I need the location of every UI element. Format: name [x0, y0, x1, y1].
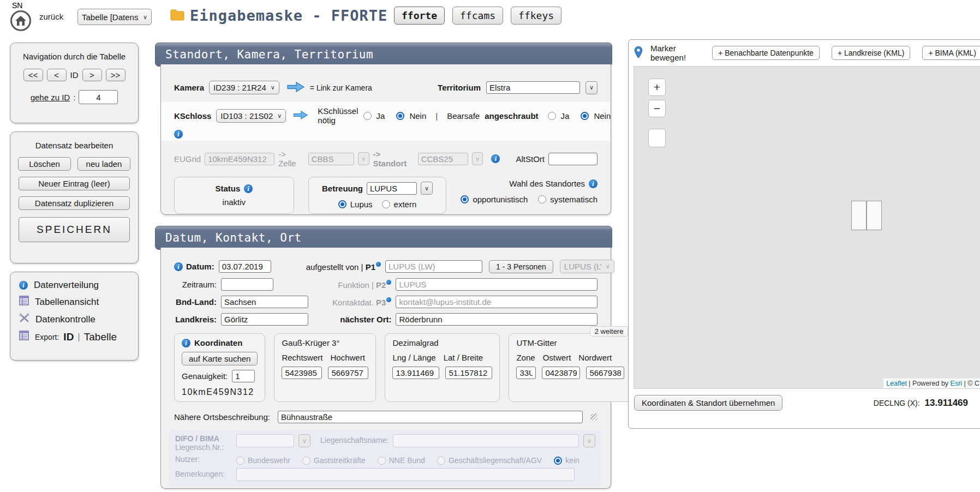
- bearsafe-label: Bearsafe: [447, 111, 480, 121]
- territorium-input[interactable]: [486, 81, 580, 94]
- betreuung-input[interactable]: [367, 182, 417, 195]
- systematisch-radio[interactable]: [538, 195, 546, 203]
- zoom-out-button[interactable]: −: [648, 100, 666, 117]
- table-select[interactable]: Tabelle [Datens ∨: [77, 9, 152, 25]
- funktion-label: Funktion | P2: [308, 280, 391, 290]
- aufgestellt-label: aufgestellt von | P1: [306, 262, 381, 272]
- betreuung-lupus-radio[interactable]: [338, 200, 346, 208]
- bearsafe-ja-radio[interactable]: [548, 112, 556, 120]
- p3-input[interactable]: [396, 296, 597, 308]
- new-entry-button[interactable]: Neuer Eintrag (leer): [19, 177, 130, 190]
- nutzer-kein-option: kein: [554, 456, 579, 465]
- zelle-dropdown-button: ∨: [358, 152, 369, 165]
- layers-control-button[interactable]: [648, 129, 666, 147]
- bima-kml-button[interactable]: + BIMA (KML): [922, 46, 980, 60]
- lng-input[interactable]: [392, 367, 439, 379]
- utm-zone-input[interactable]: [516, 367, 536, 379]
- bemerkungen-label: Bemerkungen:: [175, 468, 232, 478]
- nutzer-nnebund-radio[interactable]: [378, 457, 386, 465]
- save-button[interactable]: SPEICHERN: [19, 217, 130, 242]
- back-link[interactable]: zurück: [39, 12, 63, 21]
- leaflet-link[interactable]: Leaflet: [886, 380, 907, 387]
- goto-id-input[interactable]: [79, 90, 118, 104]
- rechtswert-input[interactable]: [282, 367, 322, 379]
- zoom-in-button[interactable]: +: [648, 79, 666, 96]
- personen-button[interactable]: 1 - 3 Personen: [489, 260, 553, 273]
- territorium-dropdown-button[interactable]: ∨: [585, 81, 597, 94]
- link-arrow-icon[interactable]: [286, 81, 305, 94]
- home-button[interactable]: SN: [8, 1, 34, 33]
- export-table-link[interactable]: Tabelle: [84, 331, 117, 343]
- info-icon[interactable]: [376, 262, 381, 267]
- info-icon[interactable]: [386, 280, 391, 285]
- delete-button[interactable]: Löschen: [18, 157, 71, 171]
- landkreis-label: Landkreis:: [174, 315, 217, 324]
- nutzer-gaststreitkraefte-option: Gaststreitkräfte: [302, 456, 366, 465]
- info-icon[interactable]: i: [174, 262, 183, 271]
- liegenname-input: [393, 434, 579, 447]
- p2-input[interactable]: [396, 278, 597, 291]
- zeitraum-label: Zeitraum:: [174, 280, 217, 289]
- bndland-input[interactable]: [221, 296, 308, 308]
- data-distribution-link[interactable]: i Datenverteilung: [19, 280, 129, 291]
- kschloss-select[interactable]: ID103 : 21S02 ∨: [216, 109, 286, 123]
- next-record-button[interactable]: >: [82, 69, 102, 81]
- altstort-input[interactable]: [548, 153, 597, 165]
- datum-input[interactable]: [219, 260, 271, 273]
- first-record-button[interactable]: <<: [23, 69, 43, 81]
- prev-record-button[interactable]: <: [47, 69, 67, 81]
- kamera-select[interactable]: ID239 : 21R24 ∨: [209, 81, 279, 94]
- app-button-fforte[interactable]: fforte: [394, 7, 445, 25]
- last-record-button[interactable]: >>: [106, 69, 126, 81]
- table-navigation-panel: Navigation durch die Tabelle << < ID > >…: [10, 43, 139, 123]
- region-label: SN: [8, 1, 34, 10]
- link-arrow-icon[interactable]: [293, 110, 308, 122]
- standort-dropdown-button: ∨: [472, 152, 483, 165]
- reload-button[interactable]: neu laden: [77, 157, 130, 171]
- landkreise-kml-button[interactable]: + Landkreise (KML): [832, 46, 911, 60]
- ortsbeschreibung-input[interactable]: [278, 411, 583, 423]
- utm-nord-input[interactable]: [586, 367, 624, 379]
- info-icon[interactable]: [386, 297, 391, 302]
- kschluessel-nein-radio[interactable]: [396, 112, 404, 120]
- data-control-link[interactable]: Datenkontrolle: [19, 313, 129, 326]
- info-icon[interactable]: i: [244, 184, 253, 193]
- utm-ost-input[interactable]: [542, 367, 580, 379]
- info-icon[interactable]: i: [491, 154, 500, 163]
- info-icon[interactable]: i: [174, 130, 183, 139]
- nutzer-kein-radio[interactable]: [554, 457, 562, 465]
- landkreis-input[interactable]: [221, 313, 308, 326]
- more-coords-button[interactable]: 2 weitere: [590, 326, 629, 337]
- betreuung-dropdown-button[interactable]: ∨: [421, 182, 433, 195]
- nutzer-gaststreitkraefte-radio[interactable]: [302, 457, 310, 465]
- opportunistisch-radio[interactable]: [461, 195, 469, 203]
- bearsafe-nein-radio[interactable]: [581, 112, 589, 120]
- nutzer-bundeswehr-radio[interactable]: [236, 457, 244, 465]
- goto-id-link[interactable]: gehe zu ID: [31, 93, 70, 102]
- p1-input[interactable]: [385, 260, 482, 273]
- ortsbeschreibung-label: Nähere Ortsbeschreibung:: [174, 412, 270, 422]
- betreuung-extern-radio[interactable]: [382, 200, 390, 208]
- duplicate-button[interactable]: Datensatz duplizieren: [19, 196, 130, 210]
- zeitraum-input[interactable]: [221, 278, 273, 291]
- neighbors-button[interactable]: + Benachbarte Datenpunkte: [712, 46, 820, 60]
- map-search-button[interactable]: auf Karte suchen: [182, 352, 258, 365]
- table-view-link[interactable]: Tabellenansicht: [19, 296, 129, 308]
- map-canvas[interactable]: + − Leaflet | Powered by Esri | © C: [634, 66, 980, 389]
- info-icon[interactable]: i: [182, 339, 190, 347]
- nutzer-geschaeft-radio[interactable]: [437, 457, 445, 465]
- esri-link[interactable]: Esri: [951, 380, 963, 387]
- ort-input[interactable]: [396, 313, 597, 326]
- info-icon[interactable]: i: [589, 179, 597, 188]
- lat-input[interactable]: [445, 367, 492, 379]
- resize-grip-icon[interactable]: [590, 413, 597, 421]
- apply-coordinates-button[interactable]: Koordinaten & Standort übernehmen: [634, 395, 782, 411]
- app-button-ffkeys[interactable]: ffkeys: [511, 7, 561, 25]
- genauigkeit-input[interactable]: [232, 370, 255, 382]
- hochwert-input[interactable]: [328, 367, 368, 379]
- kschluessel-ja-radio[interactable]: [363, 112, 372, 120]
- table-icon: [19, 296, 29, 308]
- export-id-link[interactable]: ID: [63, 331, 74, 343]
- broken-marker-tile: [851, 201, 882, 230]
- app-button-ffcams[interactable]: ffcams: [452, 7, 503, 25]
